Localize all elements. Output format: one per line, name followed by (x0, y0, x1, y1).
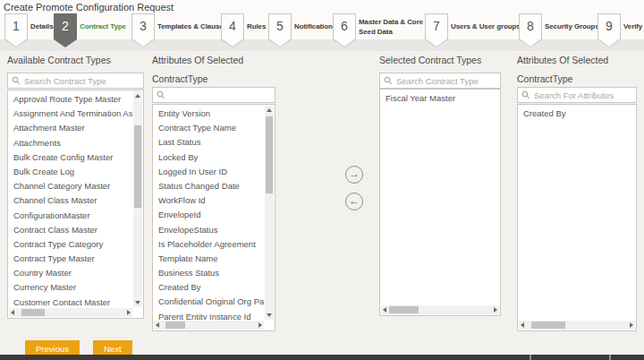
list-item[interactable]: WorkFlow Id (153, 193, 264, 208)
step-contract-type: 2 Contract Type (54, 13, 77, 47)
horizontal-scrollbar[interactable] (381, 305, 499, 314)
attributes-left-search-box (152, 87, 275, 103)
attributes-right-header-line2: ContractType (517, 73, 572, 84)
move-right-button[interactable]: → (345, 166, 363, 184)
step-7-chevron[interactable]: 7 (425, 13, 448, 47)
scroll-up-icon[interactable] (135, 94, 140, 98)
list-item[interactable]: ConfigurationMaster (8, 209, 132, 223)
horizontal-scrollbar[interactable] (9, 308, 132, 317)
list-item[interactable]: Assignment And Termination Assoc (8, 107, 132, 121)
horizontal-scrollbar[interactable] (519, 321, 635, 330)
vertical-scrollbar[interactable] (133, 91, 142, 307)
scroll-right-icon[interactable] (494, 307, 497, 313)
step-number: 3 (131, 13, 155, 39)
step-3-chevron[interactable]: 3 (131, 13, 155, 47)
available-search-box (7, 73, 144, 89)
search-icon (12, 76, 21, 85)
step-label: Templates & Clauses (157, 22, 227, 30)
scroll-down-icon[interactable] (267, 313, 272, 317)
step-4-chevron[interactable]: 4 (221, 13, 244, 47)
list-item[interactable]: Contract Type Category (8, 237, 132, 252)
attributes-left-search-input[interactable] (169, 90, 271, 100)
bottom-bar (0, 355, 644, 360)
step-label: Contract Type (80, 22, 126, 30)
scroll-left-icon[interactable] (156, 322, 159, 328)
step-6-chevron[interactable]: 6 (333, 13, 356, 47)
horizontal-scroll-thumb[interactable] (165, 321, 185, 329)
step-2-chevron[interactable]: 2 (54, 13, 77, 47)
list-item[interactable]: Contract Type Master (8, 252, 132, 266)
step-5-chevron[interactable]: 5 (268, 13, 292, 47)
search-icon (157, 90, 165, 99)
horizontal-scroll-thumb[interactable] (389, 306, 419, 313)
stepper-band (0, 39, 644, 51)
step-1-chevron[interactable]: 1 (4, 13, 28, 47)
list-item[interactable]: Created By (153, 280, 264, 295)
bottom-bar-separator (609, 355, 611, 360)
step-number: 6 (333, 13, 356, 39)
list-item[interactable]: EnvelopeId (153, 208, 264, 222)
list-item[interactable]: Status Changed Date (153, 179, 264, 193)
arrow-right-icon: → (349, 167, 360, 180)
list-item[interactable]: Business Status (153, 266, 264, 280)
selected-contract-types-list: Fiscal Year Master (379, 89, 501, 316)
list-item[interactable]: Customer Contact Master (8, 296, 132, 307)
vertical-scrollbar[interactable] (265, 106, 274, 320)
list-item[interactable]: Channel Category Master (8, 179, 132, 193)
vertical-scroll-thumb[interactable] (266, 116, 273, 193)
attributes-left-header-line1: Attributes Of Selected (152, 55, 243, 65)
step-users-groups: 7 Users & User groups (425, 13, 448, 47)
horizontal-scroll-thumb[interactable] (531, 321, 565, 329)
list-item[interactable]: Fiscal Year Master (380, 91, 498, 106)
step-details: 1 Details (4, 13, 28, 47)
scroll-right-icon[interactable] (630, 322, 633, 328)
horizontal-scroll-thumb[interactable] (21, 309, 45, 316)
list-item[interactable]: Approval Route Type Master (8, 92, 132, 107)
scroll-right-icon[interactable] (258, 322, 262, 328)
scroll-down-icon[interactable] (135, 301, 140, 304)
list-item[interactable]: Template Name (153, 252, 264, 266)
scroll-up-icon[interactable] (267, 108, 272, 112)
list-item[interactable]: Contract Type Name (153, 121, 264, 135)
list-item[interactable]: Created By (518, 107, 634, 121)
list-item[interactable]: Attachment Master (8, 121, 132, 135)
attributes-left-header-line2: ContractType (152, 73, 208, 84)
list-item[interactable]: Currency Master (8, 280, 132, 295)
available-contract-types-header: Available Contract Types (7, 55, 111, 65)
attributes-right-search-box (517, 87, 637, 103)
list-item[interactable]: Bulk Create Config Master (8, 150, 132, 165)
list-item[interactable]: Country Master (8, 266, 132, 280)
scroll-right-icon[interactable] (127, 310, 131, 315)
available-contract-types-list: Approval Route Type Master Assignment An… (7, 90, 144, 319)
list-item[interactable]: EnvelopeStatus (153, 223, 264, 237)
available-search-input[interactable] (24, 76, 140, 86)
list-item[interactable]: Attachments (8, 136, 132, 150)
list-item[interactable]: Contract Class Master (8, 223, 132, 237)
list-item[interactable]: Logged In User ID (153, 165, 264, 179)
scroll-left-icon[interactable] (521, 322, 524, 328)
selected-contract-types-header: Selected Contract Types (379, 55, 481, 65)
list-item[interactable]: Entity Version (153, 107, 264, 121)
step-8-chevron[interactable]: 8 (519, 13, 542, 47)
move-left-button[interactable]: ← (345, 193, 363, 210)
list-item[interactable]: Channel Class Master (8, 193, 132, 208)
step-9-chevron[interactable]: 9 (597, 13, 621, 47)
attributes-right-search-input[interactable] (534, 90, 632, 100)
scroll-left-icon[interactable] (383, 307, 386, 313)
bottom-bar-separator (530, 355, 531, 360)
list-item[interactable]: Locked By (153, 150, 264, 165)
step-label: Verify (623, 22, 642, 30)
step-security-groups: 8 Security Groups (519, 13, 542, 47)
scroll-left-icon[interactable] (11, 310, 14, 315)
search-icon (384, 76, 393, 85)
list-item[interactable]: Is Placeholder Agreement (153, 237, 264, 252)
list-item[interactable]: Last Status (153, 135, 264, 150)
step-number: 7 (425, 13, 448, 39)
list-item[interactable]: Bulk Create Log (8, 165, 132, 179)
list-item[interactable]: Confidential Original Org Path Id (153, 295, 264, 309)
vertical-scroll-thumb[interactable] (134, 125, 141, 208)
horizontal-scrollbar[interactable] (154, 321, 264, 330)
selected-search-input[interactable] (396, 76, 496, 86)
list-item[interactable]: Parent Entity Instance Id (153, 310, 264, 320)
step-number: 5 (268, 13, 292, 39)
